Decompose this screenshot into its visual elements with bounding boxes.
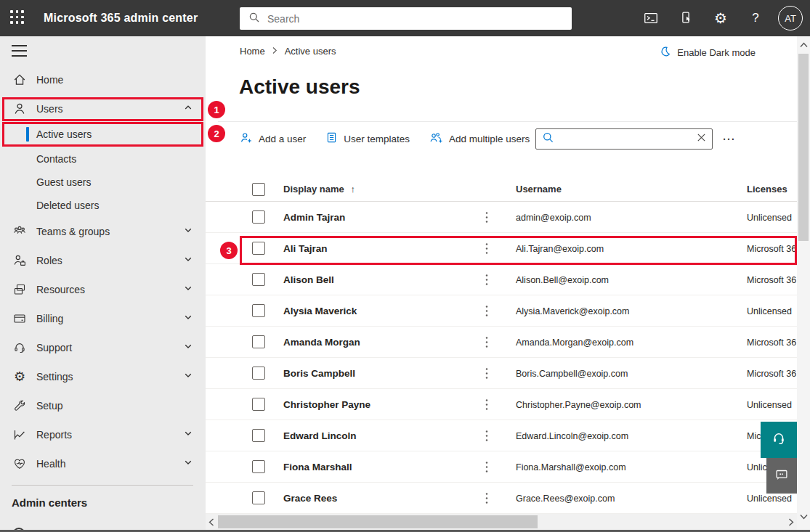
licenses-cell: Unlicensed: [747, 494, 797, 504]
horizontal-scrollbar: [206, 514, 797, 530]
page-title: Active users: [239, 75, 360, 99]
chevron-down-icon: [183, 457, 193, 470]
settings-gear-icon[interactable]: ⚙: [708, 6, 733, 30]
select-all-checkbox[interactable]: [252, 183, 265, 196]
row-checkbox[interactable]: [252, 429, 265, 442]
row-menu-icon[interactable]: [485, 274, 488, 289]
row-menu-icon[interactable]: [485, 336, 488, 351]
sidebar-item-active-users[interactable]: Active users: [0, 123, 206, 146]
feedback-fab-button[interactable]: [766, 458, 797, 494]
row-menu-icon[interactable]: [485, 211, 488, 226]
table-row[interactable]: Amanda Morgan Amanda.Morgan@exoip.com Mi…: [206, 327, 797, 358]
scroll-up-icon[interactable]: [797, 38, 810, 52]
sidebar-item-teams-groups[interactable]: Teams & groups: [0, 217, 206, 246]
sidebar-item-deleted-users[interactable]: Deleted users: [0, 194, 206, 217]
sidebar-item-home[interactable]: Home: [0, 65, 206, 94]
vertical-scroll-thumb[interactable]: [798, 54, 809, 241]
avatar[interactable]: AT: [778, 6, 803, 30]
scroll-right-icon[interactable]: [785, 514, 797, 530]
sidebar-item-label: Health: [36, 458, 65, 470]
column-header-licenses[interactable]: Licenses: [747, 184, 787, 195]
row-menu-icon[interactable]: [485, 367, 488, 382]
row-checkbox[interactable]: [252, 273, 265, 286]
collapse-menu-icon[interactable]: [12, 45, 27, 57]
table-row[interactable]: Boris Campbell Boris.Campbell@exoip.com …: [206, 358, 797, 389]
table-row[interactable]: Christopher Payne Christopher.Payne@exoi…: [206, 389, 797, 420]
row-menu-icon[interactable]: [485, 430, 488, 445]
row-checkbox[interactable]: [252, 210, 265, 224]
row-checkbox[interactable]: [252, 398, 265, 411]
sidebar-item-roles[interactable]: Roles: [0, 246, 206, 275]
sidebar-item-contacts[interactable]: Contacts: [0, 147, 206, 171]
row-checkbox[interactable]: [252, 491, 265, 504]
display-name-cell[interactable]: Amanda Morgan: [283, 337, 360, 348]
display-name-cell[interactable]: Alysia Maverick: [283, 306, 357, 316]
row-checkbox[interactable]: [252, 367, 265, 380]
sidebar-item-reports[interactable]: Reports: [0, 420, 206, 449]
global-search-box[interactable]: [240, 7, 572, 30]
sidebar-item-health[interactable]: Health: [0, 449, 206, 478]
sidebar-item-billing[interactable]: Billing: [0, 304, 206, 333]
billing-icon: [12, 311, 28, 326]
terminal-icon[interactable]: [639, 6, 663, 30]
clear-search-icon[interactable]: [697, 132, 706, 145]
table-row[interactable]: Grace Rees Grace.Rees@exoip.com Unlicens…: [206, 483, 797, 514]
display-name-cell[interactable]: Edward Lincoln: [283, 430, 357, 441]
column-header-display-name[interactable]: Display name ↑: [283, 184, 355, 195]
row-checkbox[interactable]: [252, 335, 265, 348]
licenses-cell: Unlicensed: [747, 400, 797, 410]
filter-search-box[interactable]: [535, 128, 713, 150]
sidebar-item-users[interactable]: Users: [0, 94, 206, 123]
row-menu-icon[interactable]: [485, 492, 488, 507]
row-checkbox[interactable]: [252, 242, 265, 255]
sidebar-item-support[interactable]: Support: [0, 333, 206, 362]
row-menu-icon[interactable]: [485, 305, 488, 320]
display-name-cell[interactable]: Admin Tajran: [283, 212, 345, 223]
scroll-down-icon[interactable]: [797, 510, 810, 523]
enable-dark-mode-button[interactable]: Enable Dark mode: [660, 46, 756, 60]
overflow-menu-button[interactable]: ⋯: [722, 131, 736, 147]
user-templates-button[interactable]: User templates: [325, 131, 410, 146]
display-name-cell[interactable]: Christopher Payne: [283, 399, 370, 410]
scroll-left-icon[interactable]: [206, 514, 217, 530]
row-menu-icon[interactable]: [485, 461, 488, 476]
breadcrumb-current: Active users: [285, 46, 336, 57]
table-row-highlighted[interactable]: Ali Tajran Ali.Tajran@exoip.com Microsof…: [206, 233, 797, 264]
horizontal-scroll-thumb[interactable]: [218, 515, 538, 528]
table-row[interactable]: Alysia Maverick Alysia.Maverick@exoip.co…: [206, 295, 797, 327]
sidebar-item-label: Guest users: [36, 176, 91, 188]
app-launcher-icon[interactable]: [10, 10, 27, 27]
row-checkbox[interactable]: [252, 460, 265, 473]
sidebar-item-resources[interactable]: Resources: [0, 275, 206, 304]
display-name-cell[interactable]: Fiona Marshall: [283, 462, 352, 472]
sidebar-item-setup[interactable]: Setup: [0, 391, 206, 420]
table-row[interactable]: Admin Tajran admin@exoip.com Unlicensed: [206, 202, 797, 233]
sidebar-item-guest-users[interactable]: Guest users: [0, 171, 206, 194]
table-row[interactable]: Alison Bell Alison.Bell@exoip.com Micros…: [206, 264, 797, 295]
row-menu-icon[interactable]: [485, 398, 488, 414]
sidebar-item-settings[interactable]: ⚙ Settings: [0, 362, 206, 391]
filter-search-input[interactable]: [559, 134, 692, 144]
breadcrumb: Home Active users: [240, 46, 336, 57]
breadcrumb-home[interactable]: Home: [240, 46, 265, 57]
add-multiple-users-button[interactable]: Add multiple users: [429, 131, 530, 147]
column-header-username[interactable]: Username: [516, 184, 562, 195]
table-row[interactable]: Edward Lincoln Edward.Lincoln@exoip.com …: [206, 420, 797, 451]
help-icon[interactable]: ?: [743, 6, 768, 30]
table-row[interactable]: Fiona Marshall Fiona.Marshall@exoip.com …: [206, 451, 797, 483]
search-icon: [542, 131, 554, 147]
display-name-cell[interactable]: Alison Bell: [283, 274, 334, 285]
support-fab-button[interactable]: [761, 422, 797, 458]
licenses-cell: Microsoft 36: [747, 244, 797, 254]
add-user-button[interactable]: Add a user: [240, 131, 306, 147]
teams-groups-icon: [12, 224, 28, 239]
display-name-cell[interactable]: Boris Campbell: [283, 368, 355, 379]
display-name-cell[interactable]: Grace Rees: [283, 493, 337, 504]
reports-chart-icon: [12, 427, 28, 442]
mobile-app-icon[interactable]: [673, 6, 698, 30]
display-name-cell[interactable]: Ali Tajran: [283, 243, 328, 254]
row-menu-icon[interactable]: [485, 242, 488, 258]
row-checkbox[interactable]: [252, 304, 265, 317]
global-search-input[interactable]: [267, 13, 563, 25]
comment-bubble-icon: [774, 467, 790, 486]
